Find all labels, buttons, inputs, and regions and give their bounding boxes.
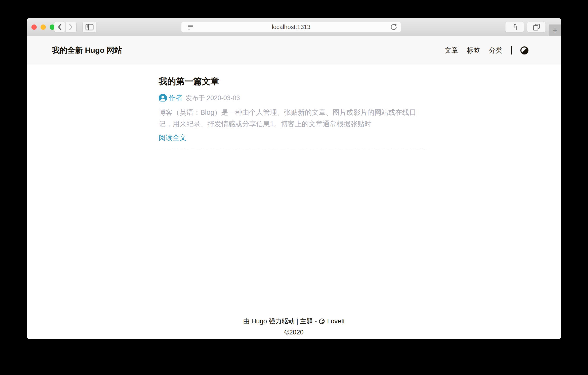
forward-button[interactable] [65, 22, 76, 32]
chevron-right-icon [69, 23, 73, 31]
post-summary: 博客（英语：Blog）是一种由个人管理、张贴新的文章、图片或影片的网站或在线日记… [159, 107, 429, 130]
minimize-window-button[interactable] [41, 24, 46, 30]
post-meta: 作者 发布于 2020-03-03 [159, 93, 429, 103]
powered-by-text: 由 Hugo 强力驱动 | 主题 - [243, 317, 317, 326]
nav-item-posts[interactable]: 文章 [445, 46, 458, 55]
site-header: 我的全新 Hugo 网站 文章 标签 分类 [27, 36, 561, 64]
published-label: 发布于 [186, 94, 205, 102]
nav-item-tags[interactable]: 标签 [467, 46, 480, 55]
traffic-lights [32, 24, 55, 30]
post-preview: 我的第一篇文章 作者 发布于 2020-03-03 [159, 76, 429, 149]
sidebar-panel-icon [85, 24, 94, 31]
nav-separator [511, 46, 512, 54]
nav-item-categories[interactable]: 分类 [489, 46, 502, 55]
site-nav: 文章 标签 分类 [445, 46, 528, 55]
site-footer: 由 Hugo 强力驱动 | 主题 - LoveIt ©2020 [27, 317, 561, 339]
sidebar-toggle-button[interactable] [83, 22, 96, 32]
author-link[interactable]: 作者 [169, 93, 183, 103]
plus-icon: + [553, 25, 557, 35]
tab-overview-button[interactable] [527, 22, 546, 32]
web-page: 我的全新 Hugo 网站 文章 标签 分类 [27, 36, 561, 339]
browser-toolbar: localhost:1313 [27, 18, 561, 36]
chevron-left-icon [57, 23, 62, 31]
copyright-text: ©2020 [27, 329, 561, 336]
close-window-button[interactable] [32, 24, 37, 30]
published-info: 发布于 2020-03-03 [186, 94, 240, 102]
back-button[interactable] [54, 22, 65, 32]
reload-icon[interactable] [390, 23, 397, 31]
share-icon [512, 23, 518, 31]
screenshot-root: localhost:1313 [0, 0, 588, 375]
url-text: localhost:1313 [181, 23, 401, 31]
tab-overview-icon [533, 23, 540, 31]
contrast-circle-icon [520, 46, 528, 54]
address-bar[interactable]: localhost:1313 [181, 22, 401, 32]
theme-toggle-button[interactable] [520, 46, 528, 54]
theme-name-link[interactable]: LoveIt [327, 318, 345, 325]
reader-mode-icon[interactable] [188, 24, 193, 30]
site-title[interactable]: 我的全新 Hugo 网站 [52, 45, 122, 56]
read-more-link[interactable]: 阅读全文 [159, 133, 187, 143]
post-title[interactable]: 我的第一篇文章 [159, 76, 429, 87]
published-date: 2020-03-03 [207, 94, 240, 102]
user-circle-icon [159, 94, 167, 102]
footer-powered-line: 由 Hugo 强力驱动 | 主题 - LoveIt [27, 317, 561, 326]
post-divider [159, 149, 429, 149]
browser-window: localhost:1313 [27, 18, 561, 339]
kiss-wink-heart-icon [319, 318, 325, 325]
new-tab-button[interactable]: + [549, 24, 561, 36]
main-content: 我的第一篇文章 作者 发布于 2020-03-03 [27, 64, 561, 317]
share-button[interactable] [505, 22, 524, 32]
